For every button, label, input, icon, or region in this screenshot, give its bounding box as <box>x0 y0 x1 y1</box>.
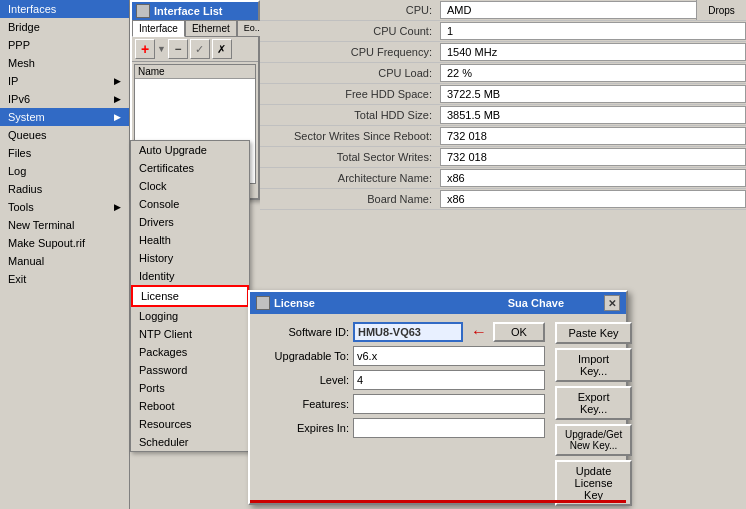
tab-ethernet[interactable]: Ethernet <box>185 20 237 36</box>
field-row-level: Level: <box>258 370 545 390</box>
submenu-resources[interactable]: Resources <box>131 415 249 433</box>
submenu-license[interactable]: License <box>131 285 249 307</box>
sidebar-item-tools[interactable]: Tools ▶ <box>0 198 129 216</box>
system-submenu: Auto Upgrade Certificates Clock Console … <box>130 140 250 452</box>
info-row-cpu-count: CPU Count: 1 <box>260 21 746 42</box>
info-row-free-hdd: Free HDD Space: 3722.5 MB <box>260 84 746 105</box>
tab-interface[interactable]: Interface <box>132 20 185 37</box>
sidebar-item-interfaces[interactable]: Interfaces <box>0 0 129 18</box>
submenu-ntp-client[interactable]: NTP Client <box>131 325 249 343</box>
submenu-packages[interactable]: Packages <box>131 343 249 361</box>
sidebar-item-ipv6[interactable]: IPv6 ▶ <box>0 90 129 108</box>
license-dialog-titlebar: License Sua Chave ✕ <box>250 292 626 314</box>
sidebar-item-bridge[interactable]: Bridge <box>0 18 129 36</box>
field-row-expires: Expires In: <box>258 418 545 438</box>
info-row-total-sector-writes: Total Sector Writes: 732 018 <box>260 147 746 168</box>
interface-list-titlebar: Interface List <box>132 2 258 20</box>
level-label: Level: <box>258 374 353 386</box>
submenu-clock[interactable]: Clock <box>131 177 249 195</box>
expires-label: Expires In: <box>258 422 353 434</box>
expires-input[interactable] <box>353 418 545 438</box>
submenu-console[interactable]: Console <box>131 195 249 213</box>
arrow-icon: ▶ <box>114 202 121 212</box>
sidebar-item-system[interactable]: System ▶ <box>0 108 129 126</box>
level-input[interactable] <box>353 370 545 390</box>
field-row-features: Features: <box>258 394 545 414</box>
info-row-cpu-freq: CPU Frequency: 1540 MHz <box>260 42 746 63</box>
add-button[interactable]: + <box>135 39 155 59</box>
sidebar-item-ip[interactable]: IP ▶ <box>0 72 129 90</box>
export-key-button[interactable]: Export Key... <box>555 386 632 420</box>
submenu-scheduler[interactable]: Scheduler <box>131 433 249 451</box>
system-info-panel: CPU: AMD Drops CPU Count: 1 CPU Frequenc… <box>260 0 746 300</box>
software-id-label: Software ID: <box>258 326 353 338</box>
separator: ▼ <box>157 44 166 54</box>
sidebar-item-log[interactable]: Log <box>0 162 129 180</box>
sidebar-item-new-terminal[interactable]: New Terminal <box>0 216 129 234</box>
sidebar-item-ppp[interactable]: PPP <box>0 36 129 54</box>
import-key-button[interactable]: Import Key... <box>555 348 632 382</box>
upgrade-get-key-button[interactable]: Upgrade/Get New Key... <box>555 424 632 456</box>
submenu-password[interactable]: Password <box>131 361 249 379</box>
paste-key-button[interactable]: Paste Key <box>555 322 632 344</box>
submenu-identity[interactable]: Identity <box>131 267 249 285</box>
field-row-software-id: Software ID: ← OK <box>258 322 545 342</box>
features-input[interactable] <box>353 394 545 414</box>
dialog-close-button[interactable]: ✕ <box>604 295 620 311</box>
check-button[interactable]: ✓ <box>190 39 210 59</box>
submenu-auto-upgrade[interactable]: Auto Upgrade <box>131 141 249 159</box>
ok-button[interactable]: OK <box>493 322 545 342</box>
interface-list-tabs: Interface Ethernet Eo... <box>132 20 258 37</box>
info-row-cpu-load: CPU Load: 22 % <box>260 63 746 84</box>
info-row-cpu: CPU: AMD Drops <box>260 0 746 21</box>
software-id-input[interactable] <box>353 322 463 342</box>
submenu-drivers[interactable]: Drivers <box>131 213 249 231</box>
dialog-body: Software ID: ← OK Upgradable To: Level: … <box>250 314 626 509</box>
sidebar-item-manual[interactable]: Manual <box>0 252 129 270</box>
submenu-health[interactable]: Health <box>131 231 249 249</box>
arrow-icon: ▶ <box>114 112 121 122</box>
sidebar-item-mesh[interactable]: Mesh <box>0 54 129 72</box>
drops-dropdown[interactable]: Drops <box>696 0 746 20</box>
window-icon <box>136 4 150 18</box>
submenu-logging[interactable]: Logging <box>131 307 249 325</box>
submenu-certificates[interactable]: Certificates <box>131 159 249 177</box>
submenu-ports[interactable]: Ports <box>131 379 249 397</box>
remove-button[interactable]: − <box>168 39 188 59</box>
uncheck-button[interactable]: ✗ <box>212 39 232 59</box>
dialog-action-buttons: Paste Key Import Key... Export Key... Up… <box>555 322 632 506</box>
sua-chave-label: Sua Chave <box>508 297 564 309</box>
upgradable-input[interactable] <box>353 346 545 366</box>
upgradable-label: Upgradable To: <box>258 350 353 362</box>
dialog-title-left: License <box>256 296 315 310</box>
license-dialog: License Sua Chave ✕ Software ID: ← OK Up… <box>248 290 628 505</box>
submenu-reboot[interactable]: Reboot <box>131 397 249 415</box>
arrow-icon: ▶ <box>114 76 121 86</box>
info-row-sector-writes-reboot: Sector Writes Since Reboot: 732 018 <box>260 126 746 147</box>
features-label: Features: <box>258 398 353 410</box>
arrow-icon: ← <box>471 323 487 341</box>
sidebar-item-radius[interactable]: Radius <box>0 180 129 198</box>
sidebar: Interfaces Bridge PPP Mesh IP ▶ IPv6 ▶ S… <box>0 0 130 509</box>
interface-list-toolbar: + ▼ − ✓ ✗ <box>132 37 258 62</box>
info-row-board-name: Board Name: x86 <box>260 189 746 210</box>
sidebar-item-files[interactable]: Files <box>0 144 129 162</box>
dialog-icon <box>256 296 270 310</box>
sidebar-item-queues[interactable]: Queues <box>0 126 129 144</box>
info-row-arch-name: Architecture Name: x86 <box>260 168 746 189</box>
col-header-name: Name <box>135 65 255 79</box>
sidebar-item-exit[interactable]: Exit <box>0 270 129 288</box>
sidebar-item-make-supout[interactable]: Make Supout.rif <box>0 234 129 252</box>
info-row-total-hdd: Total HDD Size: 3851.5 MB <box>260 105 746 126</box>
dialog-fields: Software ID: ← OK Upgradable To: Level: … <box>258 322 545 506</box>
arrow-icon: ▶ <box>114 94 121 104</box>
field-row-upgradable: Upgradable To: <box>258 346 545 366</box>
submenu-history[interactable]: History <box>131 249 249 267</box>
dialog-red-border <box>250 500 626 503</box>
